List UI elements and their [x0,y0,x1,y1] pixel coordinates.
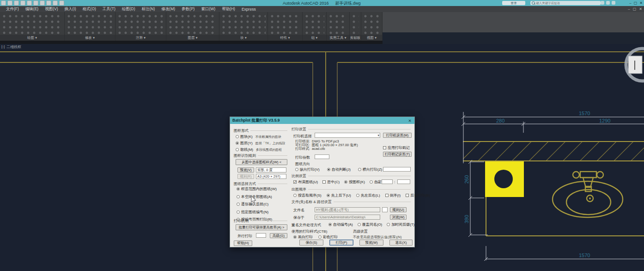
menu-item[interactable]: 绘图(D) [119,6,139,12]
a360-icon[interactable] [601,1,604,5]
browse-button[interactable]: 浏览(W) [390,215,407,220]
duplicate-radio[interactable]: 自动编号(A) [328,222,353,227]
navigation-wheel[interactable] [626,49,644,81]
ribbon-tool-icons[interactable] [221,13,266,34]
plot-stamp-button[interactable]: 打印戳记设置(T) [383,152,412,157]
qat-dropdown-icon[interactable] [59,0,64,6]
scale-center-checkbox[interactable]: 居中(C) [322,179,340,185]
menu-item[interactable]: 插入(I) [61,6,79,12]
ribbon-tool-icons[interactable] [352,13,359,34]
menu-item[interactable]: 参数(P) [178,6,198,12]
scale-fit-checkbox[interactable]: 布满图纸(U) [293,179,318,185]
app-logo-icon[interactable] [1,0,6,6]
ribbon-group-label[interactable]: 实用工具 ▾ [327,35,349,41]
order-radio[interactable]: 按选取顺序(S) [293,193,322,198]
menu-item[interactable]: 格式(O) [79,6,99,12]
printer-setup-button[interactable]: 打印机设置(M) [383,133,412,138]
viewport-menu-button[interactable]: [-] [1,44,5,49]
menu-item[interactable]: 帮助(H) [219,6,238,12]
ribbon-group-label[interactable]: 绘图 ▾ [0,35,64,41]
doc-restore-button[interactable]: ▢ [633,6,637,12]
minimize-button[interactable]: – [629,0,631,6]
radio-frame-layer[interactable]: 图层(Y) 图层「TK」上的线段 [236,141,286,146]
color-plot-radio[interactable]: 彩色打印 [318,234,338,240]
ribbon-group-label[interactable]: 组 ▾ [303,35,326,41]
menu-item[interactable]: 窗口(W) [198,6,219,12]
sink-fixture[interactable] [553,172,623,217]
preview-rule-button[interactable]: 预览(V) [237,167,254,172]
copies-field[interactable] [315,154,329,159]
undo-icon[interactable] [40,0,45,6]
menu-item[interactable]: 修改(M) [158,6,178,12]
scale-byframe-radio[interactable]: 按图框(K) [344,179,365,185]
visual-style-control[interactable]: 二维线框 [6,44,21,49]
orientation-field[interactable] [383,167,411,172]
menu-item[interactable]: 编辑(E) [22,6,42,12]
ribbon-tool-icons[interactable] [2,13,62,34]
ribbon-group-label[interactable]: 注释 ▾ [115,35,166,41]
printer-select[interactable] [315,133,380,138]
infocenter-search[interactable] [530,1,601,5]
filename-field[interactable]: HY规则-(图名)-(序号) [315,207,380,212]
menu-item[interactable]: Express [238,7,259,12]
orientation-radio[interactable]: 横向打印(Z) [358,167,382,172]
ribbon-tool-icons[interactable] [270,13,300,34]
advanced-button[interactable]: 高级(G) [270,233,287,238]
rule-button[interactable]: 规则(R) [237,174,254,179]
order-radio[interactable]: 先左后右(L) [356,193,380,198]
search-input[interactable] [535,1,592,5]
order-background-checkbox[interactable]: 后台打印(B) [406,193,430,198]
pick-frame-button[interactable]: 从图中选择图框样式(W) < [236,159,287,165]
radio-frame-block[interactable]: 图块(K) 不依赖属性的图块 [236,134,281,139]
menu-item[interactable]: 文件(F) [3,6,22,12]
orientation-radio[interactable]: 纵向打印(V) [295,167,320,172]
exit-button[interactable]: 退出(X) [389,240,413,246]
plot-icon[interactable] [33,0,38,6]
ribbon-group-label[interactable]: 图层 ▾ [166,35,219,41]
preview-button[interactable]: 预览(W) [359,240,383,246]
radio-frame-line[interactable]: 散线(M) 多段线围成的图框 [236,147,282,152]
highlighted-block[interactable] [485,161,524,197]
preview-value-field[interactable]: 矩形, 0 度 [256,167,286,172]
save-button[interactable]: 保存(S) [299,240,323,246]
hatch-band[interactable] [463,142,644,161]
parallel-field[interactable] [256,233,266,238]
save-icon[interactable] [20,0,25,6]
filename-rule-button[interactable]: 规则(U) [390,207,407,212]
duplicate-radio[interactable]: 加时间后缀(T) [387,222,414,227]
scale-field-2[interactable] [397,179,410,184]
sheet-select-radio[interactable]: 框选范围内的图纸(W) [237,186,277,191]
ribbon-group-label[interactable]: 块 ▾ [219,35,267,41]
ribbon-tool-icons[interactable] [328,13,347,34]
ribbon-tool-icons[interactable] [117,13,164,34]
new-icon[interactable] [7,0,12,6]
dialog-title-bar[interactable]: Batchplot 批量打印 V3.5.9 ✕ [230,117,414,124]
plot-stamp-checkbox[interactable]: 应用打印戳记 [383,145,410,150]
ribbon-group-label[interactable]: 特性 ▾ [268,35,302,41]
duplicate-radio[interactable]: 覆盖同名(O) [358,222,383,227]
ribbon-tool-icons[interactable] [363,13,380,34]
open-icon[interactable] [14,0,19,6]
orientation-radio[interactable]: 自动判断(J) [327,167,351,172]
menu-item[interactable]: 工具(T) [99,6,119,12]
batch-mode-button[interactable]: 批量打印可获得更高效率(A) > [236,224,287,230]
help-button[interactable]: 帮助(H) [234,240,252,246]
sheet-select-radio[interactable]: 指定图纸编号(N) [237,209,277,215]
scale-field-1[interactable] [382,179,393,184]
help-icon[interactable] [612,1,615,5]
ribbon-tool-icons[interactable] [304,13,324,34]
workspace-icon[interactable] [53,0,58,6]
restore-button[interactable]: ▢ [634,0,638,6]
order-reverse-checkbox[interactable]: 倒序(I) [385,193,401,198]
rule-value-field[interactable]: A3 (420 × 297) [256,174,286,179]
appstore-icon[interactable] [606,1,610,5]
mono-plot-radio[interactable]: 黑白打印 [293,234,313,240]
ribbon-group-label[interactable]: 修改 ▾ [65,35,115,41]
ribbon-group-label[interactable]: 视图 ▾ [361,35,382,41]
saveas-icon[interactable] [27,0,32,6]
doc-minimize-button[interactable]: – [628,6,630,12]
signin-button[interactable]: 登录 [502,1,525,5]
plot-button[interactable]: 打印(P) [329,240,353,246]
savepath-field[interactable]: C:\Users\Administrator\Desktop\ [315,215,380,220]
menu-item[interactable]: 标注(N) [139,6,158,12]
